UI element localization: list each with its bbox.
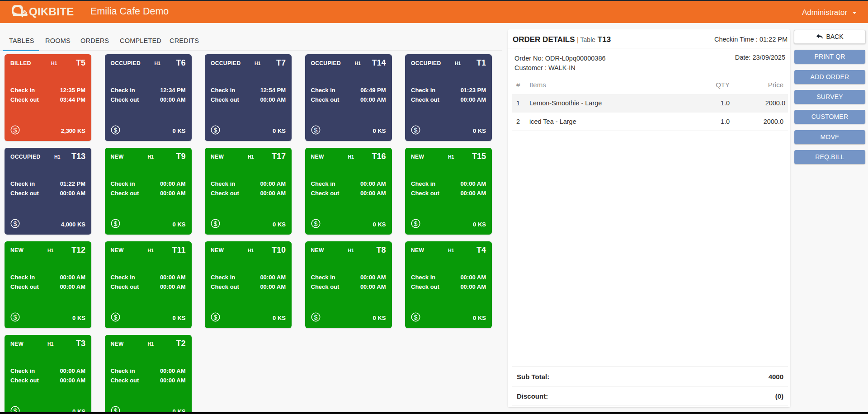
svg-text:$: $ xyxy=(414,220,418,227)
svg-text:$: $ xyxy=(214,220,217,227)
svg-text:$: $ xyxy=(214,127,217,134)
svg-text:$: $ xyxy=(113,220,117,227)
svg-text:$: $ xyxy=(113,314,117,321)
svg-text:$: $ xyxy=(314,220,317,227)
svg-text:$: $ xyxy=(14,314,17,321)
svg-text:$: $ xyxy=(414,127,418,134)
svg-text:$: $ xyxy=(314,127,317,134)
svg-text:$: $ xyxy=(113,127,117,134)
svg-text:$: $ xyxy=(314,314,317,321)
svg-text:$: $ xyxy=(14,220,17,227)
svg-text:$: $ xyxy=(14,127,17,134)
svg-text:$: $ xyxy=(414,314,418,321)
svg-text:$: $ xyxy=(214,314,217,321)
